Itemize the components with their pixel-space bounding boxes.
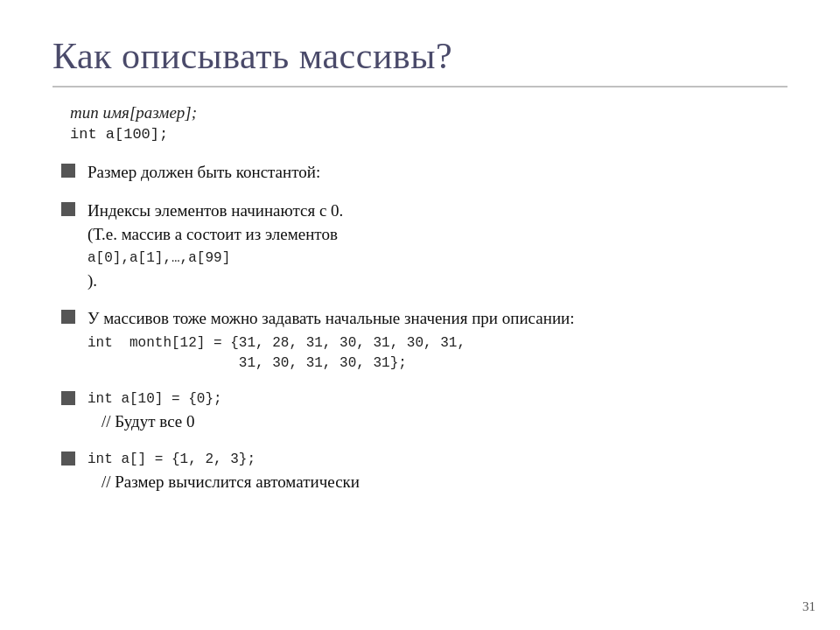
bullet-text-2a: Индексы элементов начинаются с 0. [88,201,343,220]
bullet-content-4: int a[10] = {0}; // Будут все 0 [88,388,788,434]
bullet-comment-5: // Размер вычислится автоматически [102,472,360,491]
syntax-block: тип имя[размер]; int a[100]; [52,103,788,143]
slide: Как описывать массивы? тип имя[размер]; … [0,0,840,630]
bullet-item-5: int a[] = {1, 2, 3}; // Размер вычислитс… [61,448,788,494]
bullet-icon-5 [61,452,75,466]
bullet-list: Размер должен быть константой: Индексы э… [52,160,788,494]
bullet-text-3: У массивов тоже можно задавать начальные… [88,309,575,327]
bullet-content-2: Индексы элементов начинаются с 0. (Т.е. … [88,199,788,293]
bullet-text-2b: (Т.е. массив a состоит из элементов a[0]… [88,225,788,290]
bullet-item-3: У массивов тоже можно задавать начальные… [61,306,788,374]
bullet-icon-4 [61,391,75,405]
page-number: 31 [802,599,816,614]
bullet-content-3: У массивов тоже можно задавать начальные… [88,306,788,374]
bullet-text-1: Размер должен быть константой: [88,163,320,181]
bullet-item-1: Размер должен быть константой: [61,160,788,185]
bullet-item-2: Индексы элементов начинаются с 0. (Т.е. … [61,199,788,293]
bullet-icon-1 [61,164,75,178]
bullet-content-5: int a[] = {1, 2, 3}; // Размер вычислитс… [88,448,788,494]
bullet-item-4: int a[10] = {0}; // Будут все 0 [61,388,788,434]
bullet-code-3: int month[12] = {31, 28, 31, 30, 31, 30,… [88,333,788,374]
bullet-icon-2 [61,202,75,216]
title-divider [52,86,788,88]
bullet-content-1: Размер должен быть константой: [88,160,788,185]
bullet-code-4: int a[10] = {0}; [88,389,788,410]
bullet-icon-3 [61,310,75,324]
syntax-code-line: int a[100]; [70,126,168,143]
bullet-code-5: int a[] = {1, 2, 3}; [88,450,788,470]
bullet-comment-4: // Будут все 0 [102,412,194,430]
syntax-italic-line: тип имя[размер]; [70,103,788,122]
slide-title: Как описывать массивы? [52,35,788,77]
inline-code-2: a[0],a[1],…,a[99] [88,248,788,269]
